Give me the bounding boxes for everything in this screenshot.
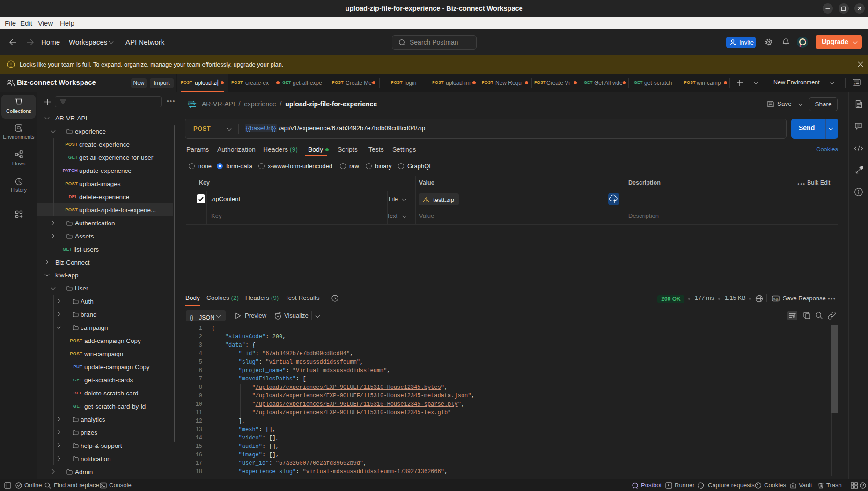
- svg-text:e.g.: e.g.: [773, 297, 779, 301]
- svg-text:x: x: [853, 82, 856, 86]
- svg-text:HTTP: HTTP: [188, 102, 197, 106]
